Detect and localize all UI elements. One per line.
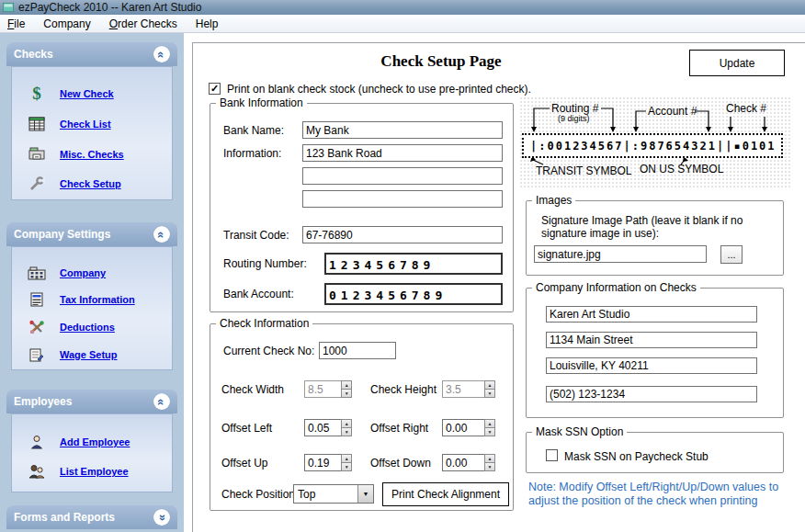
chevron-up-icon: « — [155, 231, 167, 237]
menu-file[interactable]: File — [0, 16, 34, 32]
onus-symbol-caption: ON US SYMBOL — [640, 163, 723, 175]
bank-information-group: Bank Information Bank Name: Information:… — [210, 103, 514, 312]
sidebar-item-label[interactable]: Add Employee — [60, 436, 130, 447]
bank-information-input-1[interactable] — [302, 144, 503, 162]
current-check-no-label: Current Check No: — [223, 345, 314, 357]
menu-help[interactable]: Help — [187, 16, 228, 32]
sidebar-item-check-setup[interactable]: Check Setup — [12, 173, 172, 195]
menu-order-checks[interactable]: Order Checks — [100, 16, 187, 32]
print-check-alignment-button[interactable]: Print Check Alignment — [382, 482, 509, 506]
menu-company[interactable]: Company — [34, 16, 99, 32]
bank-name-input[interactable] — [302, 121, 503, 139]
sidebar-item-label[interactable]: Company — [60, 267, 106, 278]
offset-up-label: Offset Up — [221, 457, 267, 470]
signature-path-input[interactable] — [534, 245, 707, 263]
offset-down-input[interactable] — [442, 454, 484, 471]
spin-up-icon[interactable]: ▲ — [484, 419, 495, 428]
spin-down-icon[interactable]: ▼ — [484, 428, 495, 436]
sidebar-item-new-check[interactable]: $ New Check — [12, 83, 172, 105]
section-title: Checks — [14, 48, 53, 61]
group-title: Mask SSN Option — [532, 425, 627, 438]
sidebar-item-deductions[interactable]: Deductions — [12, 316, 172, 338]
sidebar-item-label[interactable]: Wage Setup — [60, 349, 118, 360]
section-title: Employees — [14, 395, 72, 408]
offset-up-stepper[interactable]: ▲▼ — [304, 454, 352, 471]
check-position-dropdown[interactable]: Top ▼ — [293, 484, 374, 504]
company-street-input[interactable] — [546, 332, 757, 348]
page-title: Check Setup Page — [312, 52, 570, 71]
sidebar: Checks « $ New Check Check List Misc. Ch… — [0, 33, 184, 532]
company-name-input[interactable] — [546, 306, 757, 323]
print-blank-stock-checkbox[interactable]: ✓ — [209, 83, 221, 95]
collapse-checks-button[interactable]: « — [153, 46, 170, 62]
sidebar-item-label[interactable]: Misc. Checks — [60, 149, 124, 160]
check-height-input — [442, 380, 484, 398]
section-body-company-settings: Company Tax Information Deductions Wage … — [11, 246, 173, 370]
check-width-input — [304, 380, 341, 398]
spin-up-icon[interactable]: ▲ — [484, 454, 495, 463]
sidebar-item-add-employee[interactable]: Add Employee — [12, 431, 172, 453]
current-check-no-input[interactable] — [319, 342, 396, 359]
spin-down-icon[interactable]: ▼ — [484, 463, 495, 471]
update-button[interactable]: Update — [689, 50, 785, 76]
spin-up-icon: ▲ — [484, 380, 495, 390]
sidebar-item-company[interactable]: Company — [12, 262, 172, 284]
offset-right-stepper[interactable]: ▲▼ — [442, 419, 495, 436]
bank-information-input-2[interactable] — [302, 167, 503, 185]
section-header-company-settings: Company Settings « — [6, 222, 177, 246]
collapse-employees-button[interactable]: « — [153, 393, 170, 410]
company-city-input[interactable] — [546, 357, 757, 374]
offset-left-stepper[interactable]: ▲▼ — [304, 419, 352, 436]
sidebar-item-wage-setup[interactable]: Wage Setup — [12, 344, 172, 366]
bank-information-input-3[interactable] — [302, 190, 503, 208]
spin-down-icon[interactable]: ▼ — [341, 463, 352, 471]
offset-down-stepper[interactable]: ▲▼ — [442, 454, 495, 471]
sidebar-item-misc-checks[interactable]: Misc. Checks — [12, 143, 172, 165]
sidebar-item-label[interactable]: Check List — [60, 119, 111, 130]
routing-number-input[interactable] — [324, 253, 503, 275]
sidebar-item-check-list[interactable]: Check List — [12, 113, 172, 135]
sidebar-item-label[interactable]: Deductions — [60, 322, 115, 333]
offset-right-input[interactable] — [442, 419, 484, 436]
sidebar-item-label[interactable]: New Check — [60, 88, 114, 99]
micr-sample-diagram: Routing # (9 digits) Account # Check # |… — [519, 96, 790, 188]
bank-name-label: Bank Name: — [223, 124, 284, 137]
offset-up-input[interactable] — [304, 454, 341, 471]
bank-account-input[interactable] — [324, 283, 503, 305]
spin-up-icon[interactable]: ▲ — [341, 454, 352, 463]
note-line-2: adjust the position of the check when pr… — [528, 494, 786, 508]
person-icon — [21, 435, 52, 449]
title-bar: ezPayCheck 2010 -- Karen Art Studio — [0, 0, 805, 15]
sidebar-item-label[interactable]: Tax Information — [60, 294, 135, 305]
sidebar-item-list-employee[interactable]: List Employee — [12, 460, 172, 482]
tools-icon — [21, 320, 52, 334]
chevron-up-icon: « — [155, 51, 167, 57]
dollar-icon: $ — [21, 84, 52, 104]
signature-path-label-line2: signature image in use): — [541, 227, 659, 240]
section-body-checks: $ New Check Check List Misc. Checks Chec… — [11, 66, 173, 200]
browse-button[interactable]: ... — [720, 245, 743, 264]
sidebar-item-tax-information[interactable]: Tax Information — [12, 289, 172, 311]
offset-left-input[interactable] — [304, 419, 341, 436]
transit-symbol: |: — [530, 140, 547, 153]
sidebar-item-label[interactable]: Check Setup — [60, 178, 121, 189]
company-phone-input[interactable] — [546, 386, 757, 402]
transit-code-input[interactable] — [302, 226, 503, 243]
spin-up-icon[interactable]: ▲ — [341, 419, 352, 428]
check-height-stepper: ▲▼ — [442, 380, 495, 398]
section-title: Company Settings — [14, 228, 110, 241]
images-group: Images Signature Image Path (leave it bl… — [526, 200, 784, 276]
wage-document-icon — [21, 347, 52, 362]
sidebar-item-label[interactable]: List Employee — [60, 466, 129, 477]
mask-ssn-group: Mask SSN Option Mask SSN on Paycheck Stu… — [526, 432, 784, 473]
dropdown-arrow-icon[interactable]: ▼ — [357, 485, 373, 503]
mask-ssn-checkbox[interactable] — [546, 449, 558, 461]
group-title: Images — [532, 194, 575, 207]
collapse-company-settings-button[interactable]: « — [153, 226, 170, 243]
onus-symbol: ||▪ — [717, 140, 743, 153]
expand-forms-reports-button[interactable]: « — [153, 509, 170, 526]
spin-down-icon[interactable]: ▼ — [341, 428, 352, 436]
group-title: Check Information — [216, 317, 312, 330]
routing-number-label: Routing Number: — [223, 257, 307, 270]
mask-ssn-label: Mask SSN on Paycheck Stub — [564, 450, 709, 463]
